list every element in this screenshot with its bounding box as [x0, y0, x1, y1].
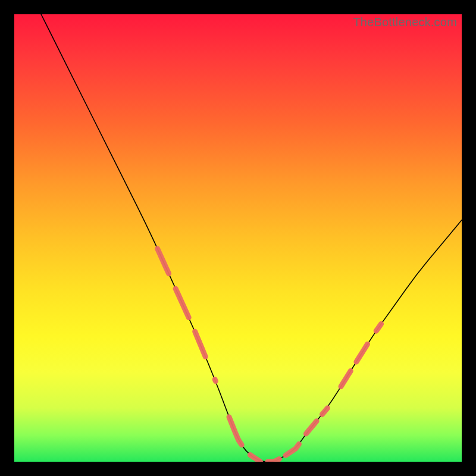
- highlight-dashes: [158, 249, 381, 462]
- chart-svg: [14, 14, 462, 462]
- highlight-dash: [268, 459, 280, 462]
- highlight-dash: [195, 331, 206, 357]
- highlight-dash: [322, 408, 328, 415]
- highlight-dash: [306, 421, 317, 434]
- highlight-dash: [341, 371, 350, 387]
- highlight-dash: [356, 344, 368, 362]
- highlight-dash: [176, 289, 189, 317]
- chart-plot-area: TheBottleneck.com: [14, 14, 462, 462]
- highlight-dash: [158, 249, 169, 274]
- highlight-dash: [229, 417, 242, 445]
- highlight-dash: [215, 380, 215, 381]
- highlight-dash: [376, 324, 381, 331]
- chart-frame: TheBottleneck.com: [0, 0, 476, 476]
- bottleneck-curve-line: [41, 14, 462, 462]
- highlight-dash: [286, 444, 299, 455]
- highlight-dash: [250, 455, 260, 462]
